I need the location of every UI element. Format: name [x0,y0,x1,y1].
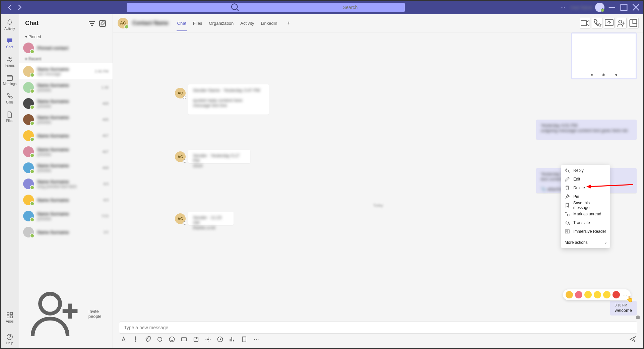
compose-area: Type a new message ⋯ [113,319,643,348]
pin-icon [565,194,570,199]
poll-button[interactable] [229,336,236,343]
audio-call-button[interactable] [592,18,602,28]
chat-item[interactable]: Name Surname6/3 [19,192,113,208]
rail-activity[interactable]: Activity [1,15,19,34]
attach-button[interactable] [144,336,151,343]
image-attachment[interactable]: ■◉◀ [571,32,637,79]
reaction-laugh[interactable] [584,291,592,298]
svg-point-3 [11,58,12,59]
invite-people-button[interactable]: Invite people [19,279,113,348]
reaction-picker: ⋯ [563,289,631,300]
approvals-button[interactable] [241,336,248,343]
chat-item[interactable]: Pinned contact [19,41,113,55]
message-in[interactable]: Sender · Yesterday 5:17 PMshort [188,150,250,163]
reply-icon [565,168,570,173]
nav-back-button[interactable] [6,3,14,11]
message-avatar: AC [175,213,186,224]
loop-button[interactable] [156,336,163,343]
schedule-meeting-button[interactable] [205,336,211,343]
emoji-button[interactable] [169,336,175,343]
rail-chat[interactable]: Chat [1,34,19,52]
message-in[interactable]: Sender Name · Yesterday 3:47 PMquoted re… [188,84,269,115]
reaction-heart[interactable] [575,291,582,298]
message-context-menu: Reply Edit Delete Pin Save this message … [561,165,610,248]
chat-item[interactable]: Name Surnamepreview1:30 [19,79,113,95]
menu-immersive-reader[interactable]: Immersive Reader [561,227,610,236]
contact-avatar[interactable]: AC [118,18,128,28]
reaction-like[interactable] [566,291,573,298]
video-call-button[interactable] [580,18,590,28]
menu-translate[interactable]: Translate [561,218,610,227]
tab-organization[interactable]: Organization [208,15,235,31]
stream-button[interactable] [217,336,223,343]
popout-button[interactable] [628,18,639,28]
message-out-welcome[interactable]: 3:18 PM welcome [610,301,637,316]
menu-mark-unread[interactable]: Mark as unread [561,210,610,218]
nav-forward-button[interactable] [15,3,23,11]
compose-toolbar: ⋯ [119,334,637,344]
chat-item[interactable]: Name Surnamepreview405 [19,112,113,128]
menu-more-actions[interactable]: More actions› [561,238,610,247]
chat-header: AC Contact Name Chat Files Organization … [113,14,643,32]
profile-avatar[interactable] [595,3,604,12]
ellipsis-button[interactable]: ⋯ [558,3,568,12]
compose-more-button[interactable]: ⋯ [253,336,260,343]
menu-pin[interactable]: Pin [561,192,610,201]
chat-item[interactable]: Name Surnamepreview407 [19,144,113,160]
rail-meetings[interactable]: Meetings [1,71,19,89]
reaction-angry[interactable] [613,291,620,298]
svg-point-14 [619,20,622,23]
tab-linkedin[interactable]: LinkedIn [260,15,278,31]
svg-rect-4 [7,76,13,81]
recent-section[interactable]: ▾Recent [19,55,113,63]
chat-item[interactable]: Name Surnamelast message2:45 PM [19,63,113,79]
window-close-button[interactable] [631,3,641,12]
menu-save[interactable]: Save this message [561,201,610,210]
compose-input[interactable]: Type a new message [119,322,637,334]
chat-item[interactable]: Name Surname407 [19,128,113,144]
rail-apps[interactable]: Apps [1,308,19,327]
apps-icon [6,311,13,319]
tab-activity[interactable]: Activity [240,15,255,31]
menu-edit[interactable]: Edit [561,175,610,184]
new-chat-button[interactable] [99,19,107,27]
chat-item[interactable]: Name Surnamepreview408 [19,160,113,176]
window-maximize-button[interactable] [619,3,629,12]
menu-reply[interactable]: Reply [561,166,610,175]
chat-list-panel: Chat ▾Pinned Pinned contact ▾Recent Name… [19,14,113,348]
reaction-sad[interactable] [603,291,610,298]
priority-button[interactable] [132,336,139,343]
chat-item[interactable]: Name Surnamepreview7/23 [19,208,113,224]
bell-icon [6,19,13,26]
add-tab-button[interactable]: + [285,19,293,27]
pinned-section[interactable]: ▾Pinned [19,32,113,41]
svg-rect-8 [10,316,12,318]
search-input[interactable] [343,5,401,10]
search-icon [130,3,340,12]
rail-help[interactable]: Help [1,330,19,348]
rail-more[interactable]: ⋯ [1,126,19,144]
filter-button[interactable] [88,19,96,27]
svg-rect-15 [630,20,637,27]
window-minimize-button[interactable] [607,3,617,12]
tab-files[interactable]: Files [192,15,203,31]
rail-files[interactable]: Files [1,108,19,126]
rail-calls[interactable]: Calls [1,89,19,108]
rail-teams[interactable]: Teams [1,52,19,71]
format-button[interactable] [120,336,127,343]
message-in[interactable]: Sender · 11:23 AMthanks a lot [188,212,234,225]
chat-item[interactable]: Name Surname2/2 [19,224,113,240]
add-people-button[interactable] [616,18,627,28]
message-out[interactable]: Yesterday 4:01 PMoutgoing message conten… [536,120,637,140]
share-screen-button[interactable] [604,18,615,28]
send-button[interactable] [629,336,636,343]
search-box[interactable] [127,3,405,12]
chat-item[interactable]: Name Surnamelong preview text here6/3 [19,176,113,192]
tab-chat[interactable]: Chat [177,15,187,31]
reaction-surprised[interactable] [594,291,601,298]
sticker-button[interactable] [193,336,199,343]
svg-point-11 [40,294,60,314]
chat-item[interactable]: Name Surnamepreview408 [19,95,113,112]
gif-button[interactable] [181,336,187,343]
menu-delete[interactable]: Delete [561,184,610,192]
